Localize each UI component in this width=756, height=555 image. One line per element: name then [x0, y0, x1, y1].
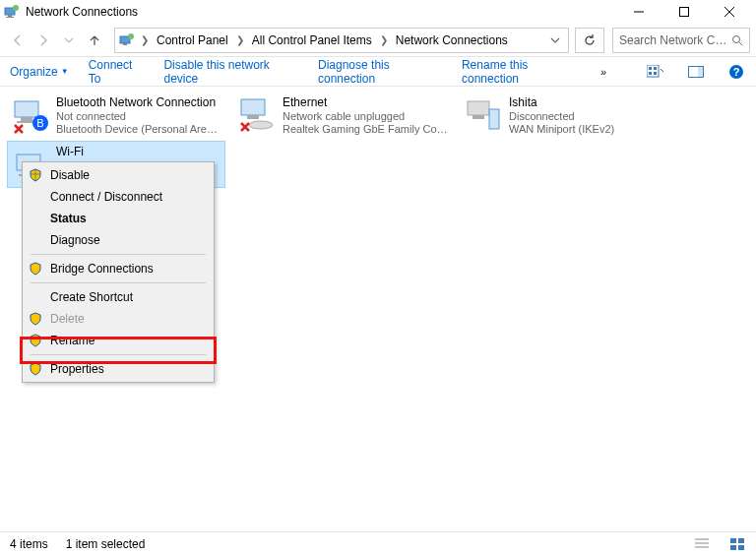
ctx-status[interactable]: Status: [23, 208, 214, 229]
svg-rect-14: [649, 67, 652, 70]
large-icons-view-button[interactable]: [728, 535, 746, 553]
adapter-name: Bluetooth Network Connection: [56, 95, 221, 109]
shield-icon: [29, 312, 42, 326]
adapter-status: Network cable unplugged: [283, 110, 448, 122]
breadcrumb[interactable]: ❯ Control Panel ❯ All Control Panel Item…: [114, 28, 569, 53]
chevron-right-icon: ❯: [378, 34, 390, 45]
preview-pane-button[interactable]: [686, 61, 707, 83]
more-commands-button[interactable]: »: [600, 66, 606, 78]
network-adapter-icon: B: [11, 95, 50, 135]
network-panel-icon: [119, 32, 135, 48]
change-view-button[interactable]: [646, 61, 666, 83]
status-item-count: 4 items: [10, 537, 48, 551]
shield-icon: [29, 334, 42, 347]
svg-rect-2: [6, 17, 14, 18]
context-separator: [31, 254, 206, 255]
rename-button[interactable]: Rename this connection: [462, 58, 581, 86]
svg-rect-39: [730, 538, 736, 543]
breadcrumb-dropdown[interactable]: [550, 35, 560, 45]
adapter-item[interactable]: B Bluetooth Network Connection Not conne…: [8, 92, 224, 138]
ctx-bridge[interactable]: Bridge Connections: [23, 258, 214, 279]
svg-point-10: [128, 33, 134, 39]
svg-rect-22: [15, 101, 38, 117]
adapter-device: WAN Miniport (IKEv2): [509, 123, 614, 135]
adapters-area: B Bluetooth Network Connection Not conne…: [0, 87, 756, 98]
svg-rect-42: [738, 545, 744, 550]
command-bar: Organize▼ Connect To Disable this networ…: [0, 57, 756, 87]
ctx-diagnose[interactable]: Diagnose: [23, 229, 214, 251]
svg-rect-15: [654, 67, 657, 70]
ctx-rename[interactable]: Rename: [23, 330, 214, 351]
svg-rect-31: [472, 115, 484, 119]
shield-icon: [29, 362, 42, 376]
svg-rect-19: [698, 67, 703, 77]
adapter-device: Bluetooth Device (Personal Area ...: [56, 123, 221, 135]
svg-rect-40: [738, 538, 744, 543]
ctx-connect-disconnect[interactable]: Connect / Disconnect: [23, 186, 214, 208]
breadcrumb-segment[interactable]: Control Panel: [153, 31, 232, 49]
close-button[interactable]: [707, 0, 752, 24]
svg-rect-17: [654, 72, 657, 75]
nav-up-button[interactable]: [83, 29, 106, 52]
svg-rect-28: [247, 115, 259, 119]
svg-rect-16: [649, 72, 652, 75]
network-panel-icon: [4, 4, 20, 20]
svg-rect-13: [647, 65, 659, 77]
breadcrumb-segment[interactable]: All Control Panel Items: [248, 31, 376, 49]
ctx-delete: Delete: [23, 308, 214, 330]
network-adapter-icon: [464, 95, 503, 135]
search-icon: [731, 34, 743, 46]
ctx-disable[interactable]: Disable: [23, 164, 214, 186]
search-placeholder: Search Network Con...: [619, 33, 727, 47]
svg-rect-9: [123, 43, 127, 45]
search-input[interactable]: Search Network Con...: [612, 28, 750, 53]
context-separator: [31, 282, 206, 283]
adapter-status: Not connected: [56, 110, 221, 122]
svg-rect-5: [680, 8, 689, 17]
nav-forward-button[interactable]: [32, 29, 55, 52]
ctx-create-shortcut[interactable]: Create Shortcut: [23, 286, 214, 308]
window-title: Network Connections: [26, 5, 616, 19]
address-bar: ❯ Control Panel ❯ All Control Panel Item…: [0, 24, 756, 57]
adapter-item[interactable]: Ethernet Network cable unplugged Realtek…: [234, 92, 451, 138]
connect-to-button[interactable]: Connect To: [89, 58, 145, 86]
svg-point-29: [249, 121, 273, 129]
diagnose-button[interactable]: Diagnose this connection: [318, 58, 442, 86]
chevron-right-icon: ❯: [234, 34, 246, 45]
adapter-name: Ishita: [509, 95, 614, 109]
refresh-button[interactable]: [575, 28, 604, 53]
minimize-button[interactable]: [616, 0, 662, 24]
status-selected-count: 1 item selected: [66, 537, 146, 551]
maximize-button[interactable]: [662, 0, 707, 24]
help-button[interactable]: ?: [725, 61, 746, 83]
chevron-right-icon: ❯: [139, 34, 151, 45]
nav-recent-button[interactable]: [57, 29, 81, 52]
svg-rect-30: [468, 101, 489, 115]
status-bar: 4 items 1 item selected: [0, 531, 756, 555]
adapter-name: Wi-Fi: [56, 145, 84, 158]
context-menu: Disable Connect / Disconnect Status Diag…: [22, 161, 215, 383]
adapter-name: Ethernet: [283, 95, 448, 109]
ctx-properties[interactable]: Properties: [23, 358, 214, 380]
svg-rect-23: [21, 117, 32, 121]
adapter-device: Realtek Gaming GbE Family Contr...: [283, 123, 448, 135]
context-separator: [31, 354, 206, 355]
disable-device-button[interactable]: Disable this network device: [163, 58, 298, 86]
shield-icon: [29, 168, 42, 182]
titlebar: Network Connections: [0, 0, 756, 24]
svg-text:B: B: [36, 117, 43, 129]
adapter-item[interactable]: Ishita Disconnected WAN Miniport (IKEv2): [461, 92, 677, 138]
network-adapter-icon: [237, 95, 277, 135]
adapter-status: Disconnected: [509, 110, 614, 122]
breadcrumb-segment[interactable]: Network Connections: [392, 31, 512, 49]
svg-point-3: [13, 5, 19, 11]
details-view-button[interactable]: [693, 535, 711, 553]
svg-line-12: [739, 42, 742, 45]
svg-rect-41: [730, 545, 736, 550]
organize-menu[interactable]: Organize▼: [10, 65, 69, 79]
svg-rect-1: [8, 15, 12, 17]
svg-point-11: [733, 35, 740, 42]
nav-back-button[interactable]: [6, 29, 30, 52]
svg-rect-32: [489, 109, 499, 129]
svg-text:?: ?: [732, 66, 739, 78]
